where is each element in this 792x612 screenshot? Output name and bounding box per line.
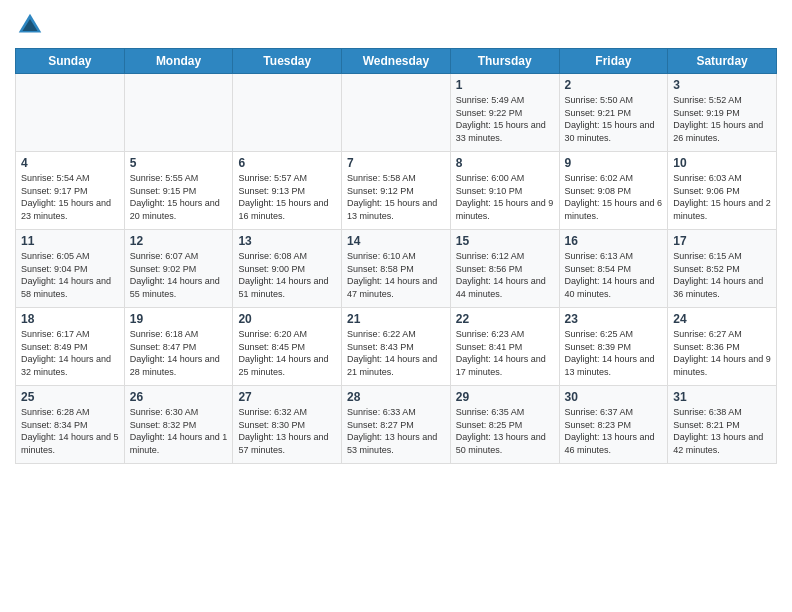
- calendar-cell: 22Sunrise: 6:23 AM Sunset: 8:41 PM Dayli…: [450, 308, 559, 386]
- calendar-cell: [124, 74, 233, 152]
- day-info: Sunrise: 6:03 AM Sunset: 9:06 PM Dayligh…: [673, 172, 771, 222]
- day-number: 1: [456, 78, 554, 92]
- day-number: 16: [565, 234, 663, 248]
- calendar-cell: 23Sunrise: 6:25 AM Sunset: 8:39 PM Dayli…: [559, 308, 668, 386]
- day-number: 15: [456, 234, 554, 248]
- weekday-header-row: SundayMondayTuesdayWednesdayThursdayFrid…: [16, 49, 777, 74]
- calendar-cell: 2Sunrise: 5:50 AM Sunset: 9:21 PM Daylig…: [559, 74, 668, 152]
- calendar-cell: 11Sunrise: 6:05 AM Sunset: 9:04 PM Dayli…: [16, 230, 125, 308]
- weekday-header: Thursday: [450, 49, 559, 74]
- day-number: 7: [347, 156, 445, 170]
- calendar-week-row: 18Sunrise: 6:17 AM Sunset: 8:49 PM Dayli…: [16, 308, 777, 386]
- calendar-cell: 1Sunrise: 5:49 AM Sunset: 9:22 PM Daylig…: [450, 74, 559, 152]
- calendar-week-row: 25Sunrise: 6:28 AM Sunset: 8:34 PM Dayli…: [16, 386, 777, 464]
- day-info: Sunrise: 6:27 AM Sunset: 8:36 PM Dayligh…: [673, 328, 771, 378]
- day-number: 8: [456, 156, 554, 170]
- calendar-cell: [342, 74, 451, 152]
- day-info: Sunrise: 6:38 AM Sunset: 8:21 PM Dayligh…: [673, 406, 771, 456]
- day-info: Sunrise: 6:02 AM Sunset: 9:08 PM Dayligh…: [565, 172, 663, 222]
- calendar-cell: 25Sunrise: 6:28 AM Sunset: 8:34 PM Dayli…: [16, 386, 125, 464]
- day-number: 31: [673, 390, 771, 404]
- calendar-cell: 5Sunrise: 5:55 AM Sunset: 9:15 PM Daylig…: [124, 152, 233, 230]
- calendar-cell: 26Sunrise: 6:30 AM Sunset: 8:32 PM Dayli…: [124, 386, 233, 464]
- calendar-cell: 3Sunrise: 5:52 AM Sunset: 9:19 PM Daylig…: [668, 74, 777, 152]
- day-info: Sunrise: 6:32 AM Sunset: 8:30 PM Dayligh…: [238, 406, 336, 456]
- calendar-cell: 20Sunrise: 6:20 AM Sunset: 8:45 PM Dayli…: [233, 308, 342, 386]
- day-info: Sunrise: 5:57 AM Sunset: 9:13 PM Dayligh…: [238, 172, 336, 222]
- day-number: 10: [673, 156, 771, 170]
- day-number: 20: [238, 312, 336, 326]
- day-number: 19: [130, 312, 228, 326]
- day-number: 14: [347, 234, 445, 248]
- calendar-cell: 30Sunrise: 6:37 AM Sunset: 8:23 PM Dayli…: [559, 386, 668, 464]
- weekday-header: Tuesday: [233, 49, 342, 74]
- day-number: 13: [238, 234, 336, 248]
- logo: [15, 10, 49, 40]
- day-number: 6: [238, 156, 336, 170]
- calendar-cell: 8Sunrise: 6:00 AM Sunset: 9:10 PM Daylig…: [450, 152, 559, 230]
- calendar-cell: 13Sunrise: 6:08 AM Sunset: 9:00 PM Dayli…: [233, 230, 342, 308]
- calendar-table: SundayMondayTuesdayWednesdayThursdayFrid…: [15, 48, 777, 464]
- day-number: 27: [238, 390, 336, 404]
- calendar-cell: 9Sunrise: 6:02 AM Sunset: 9:08 PM Daylig…: [559, 152, 668, 230]
- calendar-week-row: 11Sunrise: 6:05 AM Sunset: 9:04 PM Dayli…: [16, 230, 777, 308]
- calendar-cell: 24Sunrise: 6:27 AM Sunset: 8:36 PM Dayli…: [668, 308, 777, 386]
- calendar-cell: 15Sunrise: 6:12 AM Sunset: 8:56 PM Dayli…: [450, 230, 559, 308]
- day-number: 21: [347, 312, 445, 326]
- day-number: 29: [456, 390, 554, 404]
- page: SundayMondayTuesdayWednesdayThursdayFrid…: [0, 0, 792, 612]
- calendar-cell: 6Sunrise: 5:57 AM Sunset: 9:13 PM Daylig…: [233, 152, 342, 230]
- calendar-cell: 28Sunrise: 6:33 AM Sunset: 8:27 PM Dayli…: [342, 386, 451, 464]
- day-number: 24: [673, 312, 771, 326]
- day-number: 18: [21, 312, 119, 326]
- day-number: 2: [565, 78, 663, 92]
- day-info: Sunrise: 6:05 AM Sunset: 9:04 PM Dayligh…: [21, 250, 119, 300]
- calendar-cell: 10Sunrise: 6:03 AM Sunset: 9:06 PM Dayli…: [668, 152, 777, 230]
- calendar-cell: 14Sunrise: 6:10 AM Sunset: 8:58 PM Dayli…: [342, 230, 451, 308]
- calendar-cell: [233, 74, 342, 152]
- calendar-cell: 31Sunrise: 6:38 AM Sunset: 8:21 PM Dayli…: [668, 386, 777, 464]
- day-info: Sunrise: 6:15 AM Sunset: 8:52 PM Dayligh…: [673, 250, 771, 300]
- day-info: Sunrise: 5:52 AM Sunset: 9:19 PM Dayligh…: [673, 94, 771, 144]
- calendar-cell: [16, 74, 125, 152]
- calendar-cell: 16Sunrise: 6:13 AM Sunset: 8:54 PM Dayli…: [559, 230, 668, 308]
- day-number: 12: [130, 234, 228, 248]
- weekday-header: Sunday: [16, 49, 125, 74]
- day-info: Sunrise: 6:20 AM Sunset: 8:45 PM Dayligh…: [238, 328, 336, 378]
- calendar-cell: 7Sunrise: 5:58 AM Sunset: 9:12 PM Daylig…: [342, 152, 451, 230]
- day-info: Sunrise: 6:25 AM Sunset: 8:39 PM Dayligh…: [565, 328, 663, 378]
- calendar-cell: 21Sunrise: 6:22 AM Sunset: 8:43 PM Dayli…: [342, 308, 451, 386]
- day-info: Sunrise: 5:50 AM Sunset: 9:21 PM Dayligh…: [565, 94, 663, 144]
- weekday-header: Friday: [559, 49, 668, 74]
- day-number: 9: [565, 156, 663, 170]
- day-number: 28: [347, 390, 445, 404]
- day-info: Sunrise: 6:22 AM Sunset: 8:43 PM Dayligh…: [347, 328, 445, 378]
- calendar-cell: 12Sunrise: 6:07 AM Sunset: 9:02 PM Dayli…: [124, 230, 233, 308]
- calendar-cell: 29Sunrise: 6:35 AM Sunset: 8:25 PM Dayli…: [450, 386, 559, 464]
- calendar-cell: 18Sunrise: 6:17 AM Sunset: 8:49 PM Dayli…: [16, 308, 125, 386]
- day-info: Sunrise: 6:07 AM Sunset: 9:02 PM Dayligh…: [130, 250, 228, 300]
- day-info: Sunrise: 5:55 AM Sunset: 9:15 PM Dayligh…: [130, 172, 228, 222]
- day-number: 26: [130, 390, 228, 404]
- day-info: Sunrise: 6:35 AM Sunset: 8:25 PM Dayligh…: [456, 406, 554, 456]
- day-number: 23: [565, 312, 663, 326]
- day-info: Sunrise: 6:12 AM Sunset: 8:56 PM Dayligh…: [456, 250, 554, 300]
- weekday-header: Saturday: [668, 49, 777, 74]
- calendar-week-row: 1Sunrise: 5:49 AM Sunset: 9:22 PM Daylig…: [16, 74, 777, 152]
- day-number: 11: [21, 234, 119, 248]
- header: [15, 10, 777, 40]
- day-info: Sunrise: 6:28 AM Sunset: 8:34 PM Dayligh…: [21, 406, 119, 456]
- day-info: Sunrise: 6:08 AM Sunset: 9:00 PM Dayligh…: [238, 250, 336, 300]
- calendar-cell: 4Sunrise: 5:54 AM Sunset: 9:17 PM Daylig…: [16, 152, 125, 230]
- day-info: Sunrise: 5:58 AM Sunset: 9:12 PM Dayligh…: [347, 172, 445, 222]
- day-info: Sunrise: 6:17 AM Sunset: 8:49 PM Dayligh…: [21, 328, 119, 378]
- day-number: 5: [130, 156, 228, 170]
- day-number: 22: [456, 312, 554, 326]
- day-info: Sunrise: 6:33 AM Sunset: 8:27 PM Dayligh…: [347, 406, 445, 456]
- calendar-cell: 17Sunrise: 6:15 AM Sunset: 8:52 PM Dayli…: [668, 230, 777, 308]
- day-info: Sunrise: 6:30 AM Sunset: 8:32 PM Dayligh…: [130, 406, 228, 456]
- calendar-cell: 19Sunrise: 6:18 AM Sunset: 8:47 PM Dayli…: [124, 308, 233, 386]
- day-number: 4: [21, 156, 119, 170]
- day-info: Sunrise: 6:37 AM Sunset: 8:23 PM Dayligh…: [565, 406, 663, 456]
- day-info: Sunrise: 5:54 AM Sunset: 9:17 PM Dayligh…: [21, 172, 119, 222]
